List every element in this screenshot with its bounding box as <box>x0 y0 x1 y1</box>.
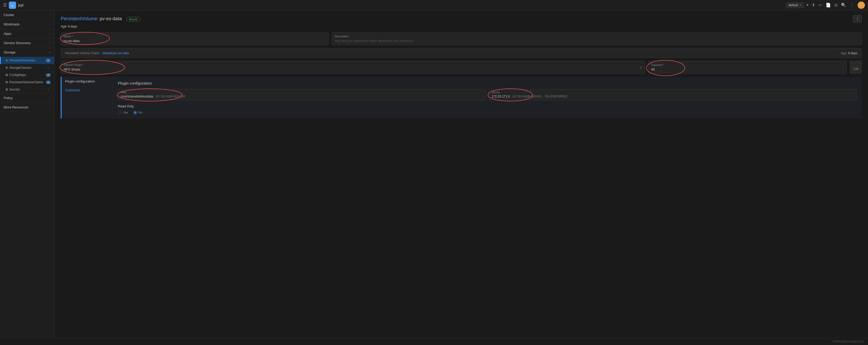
server-label: Server <box>492 91 854 94</box>
footer: CSDN @请叫你的森林河流 <box>0 338 868 345</box>
namespace-selector[interactable]: default × <box>786 2 804 8</box>
sidebar-section-cluster: Cluster › <box>0 10 54 20</box>
app-logo: 🐋 <box>9 2 16 9</box>
name-value: pv-es-data <box>64 39 326 43</box>
capacity-value: 40 <box>651 67 844 71</box>
namespace-close-icon[interactable]: × <box>800 3 801 7</box>
apps-label: Apps <box>4 32 11 36</box>
path-label: Path <box>121 91 483 94</box>
sidebar-item-left: StorageClasses <box>6 66 31 70</box>
hamburger-icon[interactable]: ☰ <box>3 3 7 7</box>
copy-icon[interactable]: ⧉ <box>835 3 837 7</box>
server-field: Server 172.20.171.6 这个是nfs服务器的地址，我这里是内网地… <box>489 89 857 100</box>
more-icon[interactable]: ⋮ <box>850 3 854 7</box>
radio-circle-yes <box>118 111 122 114</box>
workloads-label: Workloads <box>4 22 20 26</box>
capacity-label: Capacity * <box>651 63 844 66</box>
volume-plugin-label: Volume Plugin * <box>64 63 640 66</box>
chevron-down-icon: › <box>50 32 51 35</box>
search-icon[interactable]: 🔍 <box>841 3 846 7</box>
more-options-button[interactable]: ⋮ <box>853 15 862 23</box>
age-line: Age: 6 days <box>61 25 862 28</box>
persistent-volumes-label: PersistentVolumes <box>9 59 35 62</box>
file-icon[interactable]: 📄 <box>826 3 831 7</box>
side-nav-item-customize[interactable]: Customize <box>62 86 113 95</box>
sidebar-badge-pvc: 1 <box>46 81 51 84</box>
page-header: PersistentVolume: pv-es-data Bound ⋮ <box>61 15 862 23</box>
topbar-right: ⬆ ↩ 📄 ⧉ 🔍 ⋮ <box>812 2 865 9</box>
sidebar-item-config-maps[interactable]: ConfigMaps 2 <box>0 71 54 79</box>
service-discovery-label: Service Discovery <box>4 41 31 45</box>
resource-name: pv-es-data <box>100 16 122 21</box>
terminal-icon[interactable]: ↩ <box>819 3 822 7</box>
chevron-down-icon: › <box>50 41 51 45</box>
radio-no[interactable]: No <box>133 111 143 114</box>
plugin-config-title: Plugin configuration <box>118 81 857 85</box>
sidebar-section-storage: Storage ∧ PersistentVolumes 1 StorageCla… <box>0 48 54 93</box>
sidebar-item-service-discovery[interactable]: Service Discovery › <box>0 38 54 47</box>
status-badge: Bound <box>126 17 140 22</box>
sidebar-item-policy[interactable]: Policy › <box>0 93 54 102</box>
avatar[interactable] <box>858 2 865 9</box>
path-hint: 这个是nfs服务器的目录 <box>156 95 185 98</box>
sidebar-item-persistent-volumes[interactable]: PersistentVolumes 1 <box>0 57 54 64</box>
sidebar-item-secrets[interactable]: Secrets 0 <box>0 86 54 93</box>
dot-icon <box>6 59 8 62</box>
yes-label: Yes <box>123 111 128 114</box>
namespace-value: default <box>788 3 798 7</box>
sidebar-section-workloads: Workloads › <box>0 20 54 29</box>
age-label: Age: <box>61 25 67 28</box>
server-hint: 这个是nfs服务器的地址，我这里是内网地址 <box>513 95 568 98</box>
select-chevron-icon[interactable]: ∨ <box>640 65 642 69</box>
resource-type: PersistentVolume: <box>61 16 98 21</box>
main-content: PersistentVolume: pv-es-data Bound ⋮ Age… <box>55 10 868 338</box>
namespace-dropdown-icon[interactable]: ▼ <box>806 3 809 7</box>
radio-circle-no <box>133 111 137 114</box>
pvc-age-value: 6 days <box>848 51 857 55</box>
app-name: jsyl <box>18 3 23 7</box>
sidebar: Cluster › Workloads › Apps › Service Dis… <box>0 10 55 338</box>
secrets-label: Secrets <box>9 88 20 91</box>
chevron-down-icon: › <box>50 97 51 100</box>
volume-plugin-row: Volume Plugin * NFS Share ∨ Capacity * 4… <box>61 61 862 74</box>
rect-icon <box>6 89 8 91</box>
upload-icon[interactable]: ⬆ <box>812 3 815 7</box>
sidebar-item-storage-classes[interactable]: StorageClasses 0 <box>0 64 54 71</box>
bottom-panel: Plugin configuration Customize Plugin co… <box>61 77 862 118</box>
sidebar-section-more-resources: More Resources › <box>0 103 54 112</box>
path-field: Path /root/shared/elk/es/data 这个是nfs服务器的… <box>118 89 486 100</box>
radio-group: Yes No <box>118 111 857 114</box>
dot-icon <box>6 67 8 69</box>
plugin-side-nav: Plugin configuration Customize <box>61 77 113 118</box>
topbar-center: default × ▼ <box>786 2 809 8</box>
more-resources-label: More Resources <box>4 105 28 109</box>
policy-label: Policy <box>4 96 13 100</box>
topbar: ☰ 🐋 jsyl default × ▼ ⬆ ↩ 📄 ⧉ 🔍 ⋮ <box>0 0 868 10</box>
pvc-link[interactable]: default:pvc-es-data <box>102 51 129 55</box>
volume-plugin-value: NFS Share <box>64 67 640 71</box>
footer-text: CSDN @请叫你的森林河流 <box>832 340 864 343</box>
topbar-left: ☰ 🐋 jsyl <box>3 2 784 9</box>
sidebar-item-workloads[interactable]: Workloads › <box>0 20 54 29</box>
chevron-up-icon: ∧ <box>49 50 51 54</box>
cluster-label: Cluster <box>4 13 14 17</box>
chevron-down-icon: › <box>50 13 51 16</box>
sidebar-item-apps[interactable]: Apps › <box>0 29 54 38</box>
radio-yes[interactable]: Yes <box>118 111 128 114</box>
name-label: Name * <box>64 35 326 38</box>
sidebar-item-more-resources[interactable]: More Resources › <box>0 103 54 112</box>
rect-icon <box>6 74 8 76</box>
side-nav-item-plugin-config[interactable]: Plugin configuration <box>62 77 113 86</box>
gib-unit: GiB <box>850 61 862 74</box>
rect-icon <box>6 81 8 83</box>
sidebar-item-pvc[interactable]: PersistentVolumeClaims 1 <box>0 79 54 86</box>
sidebar-badge-pv: 1 <box>46 59 51 62</box>
path-server-row: Path /root/shared/elk/es/data 这个是nfs服务器的… <box>118 89 857 100</box>
sidebar-item-cluster[interactable]: Cluster › <box>0 10 54 20</box>
sidebar-section-apps: Apps › <box>0 29 54 38</box>
description-label: Description <box>335 35 859 38</box>
sidebar-item-storage[interactable]: Storage ∧ <box>0 48 54 57</box>
sidebar-section-policy: Policy › <box>0 93 54 103</box>
chevron-down-icon: › <box>50 23 51 26</box>
volume-plugin-field: Volume Plugin * NFS Share ∨ <box>61 61 645 74</box>
